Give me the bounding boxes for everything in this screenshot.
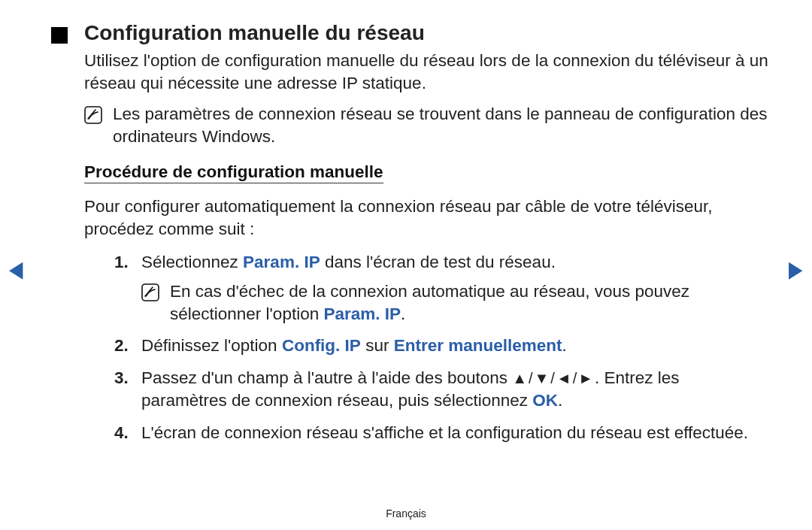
step-3: 3. Passez d'un champ à l'autre à l'aide …	[114, 367, 768, 413]
subhead-wrap: Procédure de configuration manuelle	[44, 162, 768, 189]
step-1-note: En cas d'échec de la connexion automatiq…	[141, 280, 768, 326]
step-body: Définissez l'option Config. IP sur Entre…	[141, 335, 768, 357]
note-icon	[141, 283, 159, 326]
note-block: Les paramètres de connexion réseau se tr…	[84, 103, 768, 149]
step-body: L'écran de connexion réseau s'affiche et…	[141, 422, 768, 444]
page-language-footer: Français	[0, 507, 812, 519]
step-number: 4.	[114, 422, 134, 444]
text: Sélectionnez	[141, 253, 243, 271]
svg-rect-1	[142, 284, 159, 301]
text: .	[562, 336, 566, 355]
note-icon	[84, 106, 102, 149]
param-ip-label: Param. IP	[243, 253, 320, 271]
step-body: Sélectionnez Param. IP dans l'écran de t…	[141, 251, 768, 326]
step-number: 3.	[114, 367, 134, 413]
text: Passez d'un champ à l'autre à l'aide des…	[141, 368, 512, 387]
intro-text: Utilisez l'option de configuration manue…	[84, 50, 768, 95]
ok-label: OK	[532, 391, 558, 410]
svg-rect-0	[85, 107, 102, 123]
title-row: Configuration manuelle du réseau	[51, 21, 768, 45]
sub-intro: Pour configurer automatiquement la conne…	[84, 195, 768, 241]
page-title: Configuration manuelle du réseau	[84, 21, 425, 45]
text: En cas d'échec de la connexion automatiq…	[170, 282, 689, 323]
steps-list: 1. Sélectionnez Param. IP dans l'écran d…	[114, 251, 768, 444]
step-body: Passez d'un champ à l'autre à l'aide des…	[141, 367, 768, 413]
text: .	[558, 391, 562, 410]
text: Définissez l'option	[141, 336, 282, 355]
step-1: 1. Sélectionnez Param. IP dans l'écran d…	[114, 251, 768, 326]
step-1-note-text: En cas d'échec de la connexion automatiq…	[170, 280, 768, 326]
step-number: 2.	[114, 335, 134, 357]
param-ip-label: Param. IP	[323, 304, 401, 323]
config-ip-label: Config. IP	[282, 336, 361, 355]
nav-prev-icon[interactable]: ◀	[9, 256, 23, 282]
manual-page: ◀ ▶ Configuration manuelle du réseau Uti…	[0, 0, 812, 530]
text: dans l'écran de test du réseau.	[320, 253, 556, 271]
text: L'écran de connexion réseau s'affiche et…	[141, 423, 748, 442]
section-bullet-icon	[51, 27, 68, 44]
text: .	[401, 304, 405, 323]
text: sur	[361, 336, 394, 355]
step-2: 2. Définissez l'option Config. IP sur En…	[114, 335, 768, 357]
sub-heading: Procédure de configuration manuelle	[84, 162, 383, 183]
dpad-arrows-icon: ▲/▼/◄/►	[512, 370, 595, 386]
step-number: 1.	[114, 251, 134, 326]
nav-next-icon[interactable]: ▶	[789, 256, 802, 282]
step-4: 4. L'écran de connexion réseau s'affiche…	[114, 422, 768, 444]
enter-manually-label: Entrer manuellement	[394, 336, 562, 355]
note-text: Les paramètres de connexion réseau se tr…	[113, 103, 768, 149]
